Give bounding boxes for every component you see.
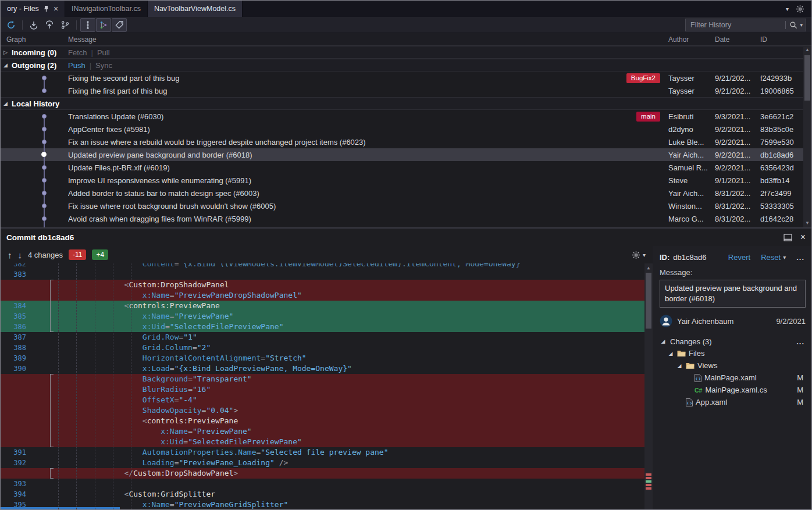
avatar [660,315,672,327]
diff-map-mark [646,477,651,479]
gear-icon[interactable] [796,5,804,13]
expander-icon[interactable]: ◢ [3,101,12,106]
commit-author: Samuel R... [668,163,715,172]
tree-item-app-xaml[interactable]: App.xamlM [660,396,806,408]
expander-icon[interactable]: ▷ [3,49,12,55]
chevron-down-icon[interactable]: ▾ [800,22,803,28]
line-number [1,416,33,426]
close-pane-icon[interactable]: × [800,233,806,242]
scroll-up-arrow-icon[interactable]: ▲ [805,46,810,54]
fetch-button[interactable] [26,18,41,32]
diff-line: 389 HorizontalContentAlignment="Stretch" [1,353,644,363]
commit-row-3e6621c2[interactable]: Translations Update (#6030)mainEsibruti9… [1,110,811,123]
push-button[interactable] [42,18,57,32]
commit-row-db1c8ad6[interactable]: Updated preview pane background and bord… [1,148,811,161]
revert-link[interactable]: Revert [728,253,750,262]
diff-map-mark [646,487,651,490]
commit-id: db1c8ad6 [760,151,804,159]
section-label: Incoming (0) [12,48,56,57]
tab-inavigationtoolbar[interactable]: INavigationToolbar.cs [65,1,148,17]
message-label: Message: [660,268,806,277]
pin-icon[interactable] [43,5,49,12]
close-icon[interactable]: × [54,5,58,13]
file-name: Views [697,361,717,370]
commit-id: 83b35c0e [760,125,804,134]
changes-more-button[interactable]: ... [796,337,804,346]
tree-item-mainpage-xaml[interactable]: MainPage.xamlM [660,372,806,384]
scroll-up-arrow-icon[interactable]: ▲ [644,264,653,272]
commit-row-d1642c28[interactable]: Avoid crash when dragging files from Win… [1,212,811,225]
history-section-outgoing-2[interactable]: ◢Outgoing (2)Push|Sync [1,59,811,72]
expander-icon[interactable]: ◢ [660,338,667,344]
dock-pane-icon[interactable] [783,234,792,241]
push-action[interactable]: Push [68,61,86,70]
column-author: Author [668,35,689,44]
chevron-down-icon[interactable]: ▾ [643,252,646,258]
tab-history-files[interactable]: ory - Files × [1,1,65,17]
history-section-local-history[interactable]: ◢Local History [1,97,811,110]
commit-row-2f7c3499[interactable]: Added border to status bar to match desi… [1,187,811,199]
diff-settings-gear-icon[interactable] [632,251,640,259]
more-actions-button[interactable]: ... [796,253,804,262]
chevron-down-icon[interactable]: ▾ [786,6,789,12]
commit-message: Avoid crash when dragging files from Win… [68,215,251,223]
section-label: Local History [12,99,59,108]
sync-action[interactable]: Sync [95,61,112,70]
history-scrollbar[interactable]: ▲ ▼ [803,46,811,227]
scrollbar-thumb[interactable] [646,273,651,329]
toolbar-separator [22,20,23,30]
commit-row-53333305[interactable]: Fix issue where root background brush wo… [1,199,811,212]
commit-pane-title: Commit db1c8ad6 [6,233,74,242]
commit-row-6356423d[interactable]: Update Files.pt-BR.xlf (#6019)Samuel R..… [1,161,811,174]
graph-colors-button[interactable] [96,18,111,32]
expander-icon[interactable]: ◢ [3,62,12,68]
commit-author: Taysser [668,87,715,95]
tree-item-mainpage-xaml-cs[interactable]: C#MainPage.xaml.csM [660,384,806,396]
scroll-down-arrow-icon[interactable]: ▼ [805,219,810,227]
refresh-button[interactable] [3,18,19,32]
filter-history-box[interactable]: ▾ [685,19,806,31]
commit-row-83b35c0e[interactable]: AppCenter fixes (#5981)d2dyno9/2/2021...… [1,123,811,135]
tree-item-files[interactable]: ◢Files [660,347,806,359]
line-number: 394 [1,489,33,500]
commit-message: Fixing the second part of this bug [68,74,180,83]
history-section-incoming-0[interactable]: ▷Incoming (0)Fetch|Pull [1,46,811,59]
commit-message: Translations Update (#6030) [68,112,163,121]
commit-id: 3e6621c2 [760,112,804,121]
commit-row-19006865[interactable]: Fixing the first part of this bugTaysser… [1,84,811,97]
next-change-button[interactable]: ↓ [18,250,23,260]
branch-badge: BugFix2 [626,73,660,83]
commit-author: Marco G... [668,215,715,223]
commit-dot [42,165,47,170]
fetch-action[interactable]: Fetch [68,48,87,57]
expander-icon[interactable]: ◢ [676,363,683,369]
graph-view-button[interactable] [80,18,95,32]
commit-row-7599e530[interactable]: Fix an issue where a rebuild would be tr… [1,135,811,148]
file-status: M [797,373,803,382]
search-icon[interactable] [789,21,797,29]
graph-cell [1,72,68,84]
diff-editor[interactable]: 382 Content="{x:Bind ((ViewModels.ItemVi… [1,263,653,509]
diff-scrollbar[interactable]: ▲ [644,263,653,509]
previous-change-button[interactable]: ↑ [8,250,12,260]
filter-divider [785,21,786,29]
line-number: 385 [1,311,33,322]
tags-button[interactable] [112,18,127,32]
commit-date: 9/1/2021... [715,176,760,185]
branch-button[interactable] [58,18,73,32]
commit-date: 8/31/202... [715,202,760,211]
horizontal-scrollbar-thumb[interactable] [1,507,120,509]
diff-line: ShadowOpacity="0.04"> [1,405,644,416]
tab-navtoolbarviewmodel[interactable]: NavToolbarViewModel.cs [148,1,243,17]
reset-link[interactable]: Reset▾ [761,253,786,262]
scrollbar-thumb[interactable] [804,55,810,101]
diff-line: 382 Content="{x:Bind ((ViewModels.ItemVi… [1,263,644,269]
commit-message-box[interactable]: Updated preview pane background and bord… [660,280,806,308]
filter-history-input[interactable] [686,21,785,29]
commit-row-f242933b[interactable]: Fixing the second part of this bugBugFix… [1,72,811,84]
tree-item-views[interactable]: ◢Views [660,359,806,372]
pull-action[interactable]: Pull [97,48,110,57]
column-graph: Graph [6,35,26,44]
expander-icon[interactable]: ◢ [667,351,674,356]
commit-row-bd3ffb14[interactable]: Improve UI responsiveness while enumerat… [1,174,811,187]
